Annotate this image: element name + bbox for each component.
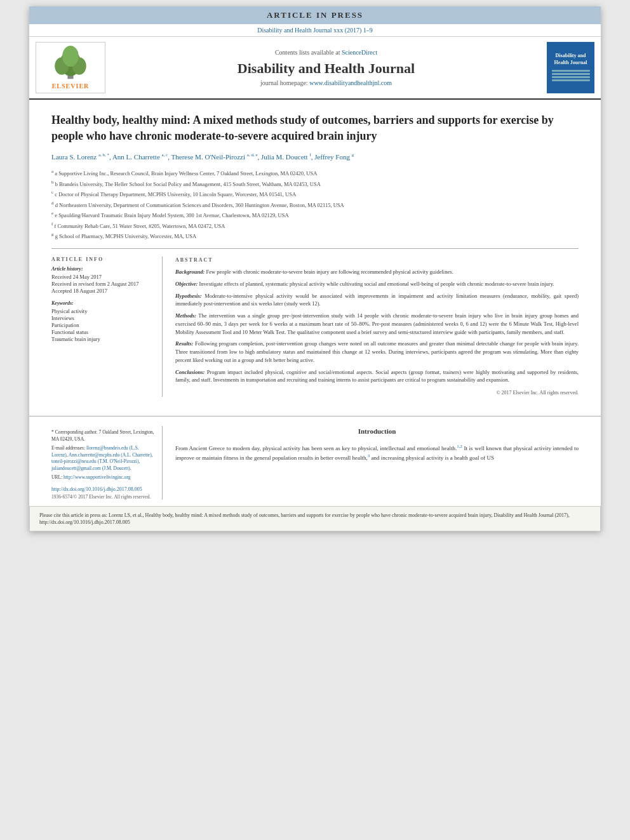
background-label: Background:: [175, 269, 204, 275]
journal-center-header: Contents lists available at ScienceDirec…: [105, 42, 547, 93]
url-text: http://www.supportivelivinginc.org: [64, 474, 131, 480]
homepage-url[interactable]: www.disabilityandhealthjnl.com: [309, 79, 392, 86]
homepage-label: journal homepage:: [260, 79, 308, 86]
journal-logo-right: Disability and Health Journal: [547, 42, 594, 93]
affiliation-c: c c Doctor of Physical Therapy Departmen…: [51, 189, 579, 199]
article-info-abstract: ARTICLE INFO Article history: Received 2…: [51, 248, 579, 397]
email-label: E-mail addresses:: [51, 445, 85, 451]
article-in-press-banner: ARTICLE IN PRESS: [29, 6, 601, 24]
corresponding-text: * Corresponding author. 7 Oakland Street…: [51, 429, 154, 442]
conclusions-text: Program impact included physical, cognit…: [175, 369, 579, 383]
page: ARTICLE IN PRESS Disability and Health J…: [29, 6, 601, 531]
keyword-4: Functional status: [51, 329, 154, 335]
abstract-objective: Objective: Investigate effects of planne…: [175, 280, 579, 288]
copyright: © 2017 Elsevier Inc. All rights reserved…: [175, 389, 579, 397]
abstract-hypothesis: Hypothesis: Moderate-to-intensive physic…: [175, 292, 579, 309]
ref-1: 1,2: [457, 444, 462, 449]
journal-info-line: Disability and Health Journal xxx (2017)…: [29, 24, 601, 37]
intro-paragraph: From Ancient Greece to modern day, physi…: [175, 443, 579, 463]
introduction-heading: Introduction: [175, 426, 579, 437]
svg-point-4: [62, 46, 79, 67]
affiliation-f: f f Community Rehab Care, 51 Water Stree…: [51, 221, 579, 230]
keyword-3: Participation: [51, 322, 154, 328]
authors-line: Laura S. Lorenz a, b, *, Ann L. Charrett…: [51, 152, 579, 163]
url-note: URL: http://www.supportivelivinginc.org: [51, 474, 154, 481]
received-revised: Received in revised form 2 August 2017: [51, 281, 154, 287]
intro-text-3: and increasing physical activity is a he…: [370, 455, 494, 461]
contents-text: Contents lists available at: [275, 49, 340, 56]
url-label: URL:: [51, 474, 62, 480]
abstract-results: Results: Following program completion, p…: [175, 340, 579, 364]
methods-label: Methods:: [175, 312, 196, 319]
affiliation-e: e e Spaulding/Harvard Traumatic Brain In…: [51, 210, 579, 220]
intro-text-1: From Ancient Greece to modern day, physi…: [175, 445, 457, 451]
accepted-date: Accepted 18 August 2017: [51, 288, 154, 294]
hypothesis-text: Moderate-to-intensive physical activity …: [175, 293, 579, 307]
body-text-col: Introduction From Ancient Greece to mode…: [175, 426, 579, 500]
banner-text: ARTICLE IN PRESS: [267, 10, 363, 20]
results-text: Following program completion, post-inter…: [175, 340, 579, 363]
citation-text: Please cite this article in press as: Lo…: [39, 512, 570, 525]
hypothesis-label: Hypothesis:: [175, 293, 202, 299]
corresponding-note: * Corresponding author. 7 Oakland Street…: [51, 429, 154, 443]
section-divider: [29, 416, 601, 417]
main-body: * Corresponding author. 7 Oakland Street…: [29, 426, 601, 500]
background-text: Few people with chronic moderate-to-seve…: [206, 269, 453, 275]
keyword-1: Physical activity: [51, 308, 154, 314]
objective-text: Investigate effects of planned, systemat…: [199, 281, 554, 287]
elsevier-logo: ELSEVIER: [36, 42, 105, 93]
affiliation-a: a a Supportive Living Inc., Research Cou…: [51, 168, 579, 178]
conclusions-label: Conclusions:: [175, 369, 204, 375]
results-label: Results:: [175, 340, 193, 347]
methods-text: The intervention was a single group pre-…: [175, 312, 579, 335]
elsevier-tree-icon: [45, 46, 96, 81]
article-title: Healthy body, healthy mind: A mixed meth…: [51, 112, 579, 144]
email-note: E-mail addresses: llorenz@brandeis.edu (…: [51, 445, 154, 472]
footnotes-col: * Corresponding author. 7 Oakland Street…: [51, 426, 163, 500]
abstract-label-heading: ABSTRACT: [175, 257, 579, 264]
citation-bar: Please cite this article in press as: Lo…: [29, 506, 601, 531]
logo-lines-decoration: [552, 69, 590, 83]
affiliation-g: g g School of Pharmacy, MCPHS University…: [51, 231, 579, 241]
received-revised-text: Received in revised form 2 August 2017: [51, 281, 138, 287]
affiliations: a a Supportive Living Inc., Research Cou…: [51, 168, 579, 241]
issn-line: 1936-6574/© 2017 Elsevier Inc. All right…: [51, 494, 154, 500]
sciencedirect-link[interactable]: ScienceDirect: [342, 49, 377, 56]
keywords-label: Keywords:: [51, 300, 154, 306]
journal-homepage-line: journal homepage: www.disabilityandhealt…: [118, 79, 534, 86]
abstract-conclusions: Conclusions: Program impact included phy…: [175, 368, 579, 385]
elsevier-brand-text: ELSEVIER: [52, 83, 90, 90]
keyword-2: Interviews: [51, 315, 154, 321]
article-info-col: ARTICLE INFO Article history: Received 2…: [51, 257, 163, 397]
abstract-methods: Methods: The intervention was a single g…: [175, 312, 579, 336]
sciencedirect-line: Contents lists available at ScienceDirec…: [118, 49, 534, 56]
abstract-background: Background: Few people with chronic mode…: [175, 268, 579, 276]
affiliation-d: d d Northeastern University, Department …: [51, 200, 579, 210]
received-date: Received 24 May 2017: [51, 274, 154, 280]
keyword-5: Traumatic brain injury: [51, 336, 154, 342]
doi-link[interactable]: http://dx.doi.org/10.1016/j.dhjo.2017.08…: [51, 486, 154, 492]
journal-citation: Disability and Health Journal xxx (2017)…: [257, 27, 373, 34]
article-content: Healthy body, healthy mind: A mixed meth…: [29, 100, 601, 406]
logo-right-title: Disability and Health Journal: [550, 53, 591, 66]
journal-header: ELSEVIER Contents lists available at Sci…: [29, 37, 601, 100]
article-info-label: ARTICLE INFO: [51, 257, 154, 262]
affiliation-b: b b Brandeis University, The Heller Scho…: [51, 179, 579, 189]
objective-label: Objective:: [175, 281, 198, 287]
journal-main-title: Disability and Health Journal: [118, 60, 534, 77]
history-label: Article history:: [51, 266, 154, 272]
abstract-col: ABSTRACT Background: Few people with chr…: [175, 257, 579, 397]
